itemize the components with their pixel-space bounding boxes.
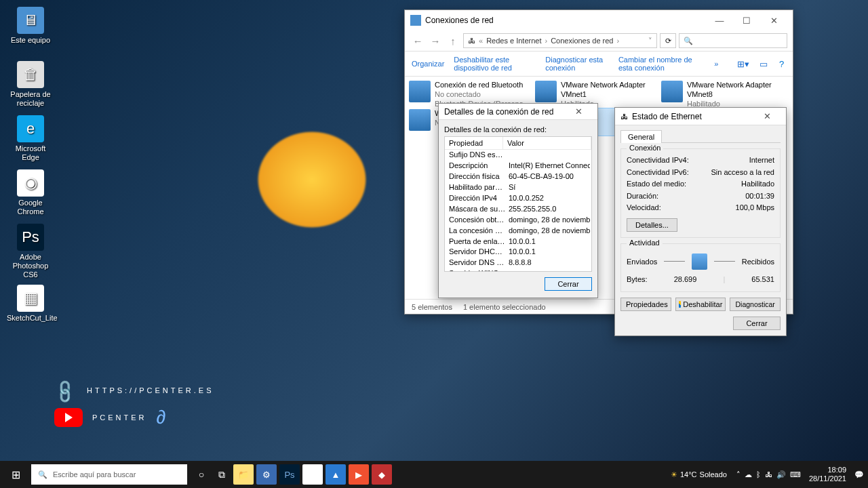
close-button[interactable]: ✕ (565, 103, 592, 121)
close-button[interactable]: ✕ (753, 108, 781, 125)
detail-row[interactable]: Servidor DNS IPv48.8.8.8 (445, 258, 591, 268)
toolbar: Organizar Deshabilitar este dispositivo … (405, 52, 793, 77)
detail-row[interactable]: Máscara de subred IPv4255.255.255.0 (445, 204, 591, 215)
photoshop-app[interactable]: Ps (279, 464, 300, 485)
up-button[interactable]: ↑ (446, 33, 460, 48)
titlebar[interactable]: 🖧 Estado de Ethernet ✕ (615, 108, 786, 125)
status-row: Conectividad IPv4:Internet (627, 155, 774, 167)
volume-icon[interactable]: 🔊 (776, 470, 786, 479)
search-icon: 🔍 (684, 37, 693, 45)
chrome-app[interactable]: ◉ (302, 464, 323, 485)
search-input[interactable]: 🔍 (679, 33, 787, 48)
start-button[interactable]: ⊞ (0, 461, 31, 488)
maximize-button[interactable]: ☐ (733, 12, 760, 29)
tab-general[interactable]: General (620, 130, 662, 143)
detail-row[interactable]: La concesión expiradomingo, 28 de noviem… (445, 226, 591, 237)
adapter-icon (409, 109, 431, 131)
close-button[interactable]: Cerrar (545, 277, 592, 291)
detail-row[interactable]: Servidor DHCP IPv410.0.0.1 (445, 247, 591, 258)
desktop-icon[interactable]: eMicrosoft Edge (7, 115, 54, 162)
control-panel-app[interactable]: ⚙ (256, 464, 277, 485)
desktop-icon[interactable]: PsAdobe Photoshop CS6 (7, 224, 54, 280)
details-button[interactable]: Detalles... (627, 218, 677, 232)
overlay-channel: PCENTER ∂ (54, 407, 168, 428)
app-icon: e (17, 115, 44, 142)
column-property[interactable]: Propiedad (445, 137, 503, 149)
detail-row[interactable]: Concesión obtenidadomingo, 28 de noviemb… (445, 215, 591, 226)
taskbar[interactable]: ⊞ 🔍 Escribe aquí para buscar ○ ⧉ 📁 ⚙ Ps … (0, 461, 868, 488)
network-icon: 🖧 (620, 113, 628, 121)
organize-menu[interactable]: Organizar (412, 60, 444, 68)
address-bar: ← → ↑ 🖧 « Redes e Internet › Conexiones … (405, 30, 793, 52)
app-red[interactable]: ◆ (372, 464, 392, 485)
view-options-button[interactable]: ⊞▾ (737, 58, 749, 70)
preview-pane-button[interactable]: ▭ (759, 58, 768, 70)
sun-icon: ☀ (671, 470, 677, 479)
taskbar-search[interactable]: 🔍 Escribe aquí para buscar (31, 464, 187, 485)
network-icon: 🖧 (468, 37, 475, 45)
app-orange[interactable]: ▶ (349, 464, 369, 485)
detail-row[interactable]: Habilitado para DHCPSí (445, 182, 591, 193)
explorer-app[interactable]: 📁 (233, 464, 254, 485)
clock[interactable]: 18:09 28/11/2021 (809, 466, 846, 483)
column-value[interactable]: Valor (503, 137, 591, 149)
disable-device-button[interactable]: Deshabilitar este dispositivo de red (454, 56, 536, 72)
refresh-button[interactable]: ⟳ (660, 33, 676, 48)
ethernet-status-dialog[interactable]: 🖧 Estado de Ethernet ✕ General Conexión … (614, 107, 787, 336)
shield-icon (679, 301, 682, 308)
properties-button[interactable]: Propiedades (620, 298, 671, 311)
detail-row[interactable]: Sufijo DNS específico p... (445, 150, 591, 161)
desktop-icon[interactable]: 🖥Este equipo (7, 7, 54, 45)
adapter-icon (535, 81, 557, 102)
details-label: Detalles de la conexión de red: (444, 125, 592, 134)
connection-details-dialog[interactable]: Detalles de la conexión de red ✕ Detalle… (438, 103, 598, 298)
desktop[interactable]: 🖥Este equipo🗑Papelera de reciclajeeMicro… (0, 0, 868, 488)
network-icon[interactable]: 🖧 (765, 470, 772, 479)
status-row: Duración:00:01:39 (627, 190, 774, 203)
brave-app[interactable]: ▲ (326, 464, 346, 485)
detail-row[interactable]: Servidor WINS IPv4 (445, 268, 591, 272)
search-icon: 🔍 (38, 470, 47, 479)
titlebar[interactable]: Detalles de la conexión de red ✕ (439, 104, 597, 120)
breadcrumb[interactable]: 🖧 « Redes e Internet › Conexiones de red… (463, 33, 657, 48)
forward-button[interactable]: → (428, 33, 443, 48)
connection-group: Conexión Conectividad IPv4:InternetConec… (620, 148, 781, 238)
help-button[interactable]: ? (777, 58, 786, 70)
detail-row[interactable]: DescripciónIntel(R) Ethernet Connection … (445, 161, 591, 171)
link-icon: 🔗 (51, 375, 81, 405)
activity-group: Actividad Enviados Recibidos Bytes: 28.6… (620, 243, 781, 292)
onedrive-icon[interactable]: ☁ (745, 470, 752, 479)
adapter-icon (661, 81, 683, 102)
status-row: Estado del medio:Habilitado (627, 178, 774, 190)
bluetooth-icon[interactable]: ᛒ (756, 470, 761, 479)
back-button[interactable]: ← (410, 33, 425, 48)
adapter-item[interactable]: VMware Network Adapter VMnet8 Habilitado… (660, 79, 786, 108)
close-button[interactable]: ✕ (760, 12, 787, 29)
detail-row[interactable]: Dirección IPv410.0.0.252 (445, 193, 591, 204)
keyboard-icon[interactable]: ⌨ (790, 470, 801, 479)
app-icon: 🖥 (17, 7, 44, 34)
detail-row[interactable]: Dirección física60-45-CB-A9-19-00 (445, 171, 591, 182)
disable-button[interactable]: Deshabilitar (675, 298, 726, 311)
desktop-icon[interactable]: 🗑Papelera de reciclaje (7, 61, 54, 108)
detail-row[interactable]: Puerta de enlace predet...10.0.0.1 (445, 237, 591, 247)
task-view-button[interactable]: ⧉ (212, 461, 232, 488)
diagnose-button[interactable]: Diagnosticar (730, 298, 781, 311)
weather-widget[interactable]: ☀ 14°C Soleado (671, 470, 727, 479)
titlebar[interactable]: Conexiones de red — ☐ ✕ (405, 10, 793, 30)
notifications-icon[interactable]: 💬 (854, 470, 864, 479)
desktop-icon[interactable]: ◉Google Chrome (7, 169, 54, 216)
rename-button[interactable]: Cambiar el nombre de esta conexión (618, 56, 705, 72)
system-tray[interactable]: ☀ 14°C Soleado ˄ ☁ ᛒ 🖧 🔊 ⌨ 18:09 28/11/2… (667, 466, 868, 483)
minimize-button[interactable]: — (706, 12, 733, 29)
app-icon: 🗑 (17, 61, 44, 88)
overlay-url: 🔗 HTTPS://PCENTER.ES (54, 381, 214, 400)
desktop-icon[interactable]: ▦SketchCut_Lite (7, 285, 54, 323)
chevron-up-icon[interactable]: ˄ (736, 470, 741, 479)
details-table[interactable]: Propiedad Valor Sufijo DNS específico p.… (444, 136, 592, 272)
close-button[interactable]: Cerrar (733, 317, 781, 330)
app-icon: Ps (17, 224, 44, 251)
cortana-button[interactable]: ○ (191, 461, 212, 488)
adapter-icon (409, 81, 431, 102)
diagnose-button[interactable]: Diagnosticar esta conexión (545, 56, 609, 72)
